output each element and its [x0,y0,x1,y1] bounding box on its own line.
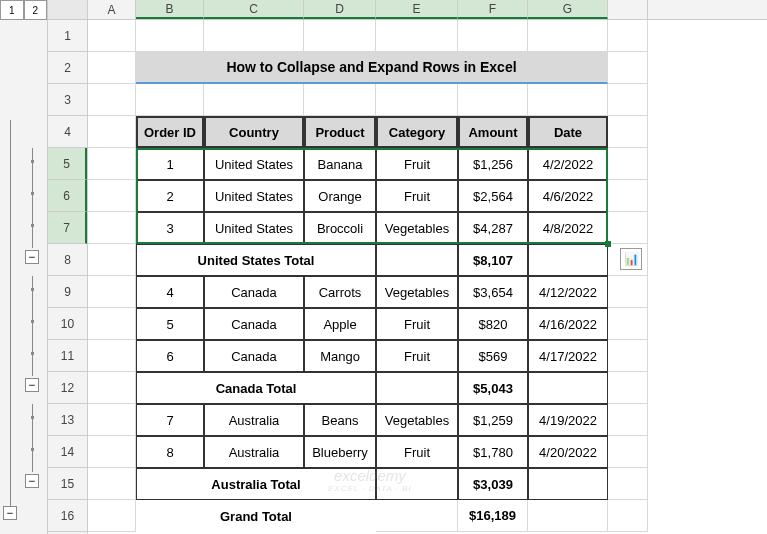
table-cell[interactable]: Broccoli [304,212,376,244]
table-cell[interactable] [528,468,608,500]
table-cell[interactable]: $4,287 [458,212,528,244]
table-cell[interactable] [376,244,458,276]
table-cell[interactable]: 4 [136,276,204,308]
row-header-5[interactable]: 5 [48,148,87,180]
row-header-14[interactable]: 14 [48,436,87,468]
table-cell[interactable]: Carrots [304,276,376,308]
col-header-e[interactable]: E [376,0,458,19]
grand-total-amount[interactable]: $16,189 [458,500,528,532]
select-all-corner[interactable] [48,0,88,19]
table-cell[interactable]: 4/12/2022 [528,276,608,308]
quick-analysis-button[interactable]: 📊 [620,248,642,270]
collapse-group-3-button[interactable]: − [25,474,39,488]
row-header-9[interactable]: 9 [48,276,87,308]
subtotal-amount-australia[interactable]: $3,039 [458,468,528,500]
subtotal-amount-canada[interactable]: $5,043 [458,372,528,404]
header-country[interactable]: Country [204,116,304,148]
spreadsheet-cells[interactable]: How to Collapse and Expand Rows in Excel… [88,20,767,534]
table-cell[interactable] [528,244,608,276]
header-category[interactable]: Category [376,116,458,148]
grand-total-label[interactable]: Grand Total [136,500,376,532]
row-header-10[interactable]: 10 [48,308,87,340]
fill-handle[interactable] [605,241,611,247]
table-cell[interactable]: Mango [304,340,376,372]
table-cell[interactable]: Australia [204,404,304,436]
subtotal-label-us[interactable]: United States Total [136,244,376,276]
row-header-13[interactable]: 13 [48,404,87,436]
table-cell[interactable] [376,468,458,500]
table-cell[interactable]: 4/16/2022 [528,308,608,340]
table-cell[interactable]: 4/20/2022 [528,436,608,468]
table-cell[interactable]: Fruit [376,180,458,212]
table-cell[interactable]: 1 [136,148,204,180]
col-header-d[interactable]: D [304,0,376,19]
col-header-g[interactable]: G [528,0,608,19]
table-cell[interactable]: United States [204,212,304,244]
col-header-blank[interactable] [608,0,648,19]
table-cell[interactable]: Vegetables [376,404,458,436]
col-header-a[interactable]: A [88,0,136,19]
table-cell[interactable]: $2,564 [458,180,528,212]
col-header-b[interactable]: B [136,0,204,19]
table-cell[interactable] [376,372,458,404]
header-product[interactable]: Product [304,116,376,148]
table-cell[interactable]: United States [204,148,304,180]
table-cell[interactable] [528,372,608,404]
table-cell[interactable]: Banana [304,148,376,180]
table-cell[interactable]: 6 [136,340,204,372]
collapse-all-button[interactable]: − [3,506,17,520]
table-cell[interactable]: 3 [136,212,204,244]
table-cell[interactable]: $3,654 [458,276,528,308]
collapse-group-2-button[interactable]: − [25,378,39,392]
table-cell[interactable]: Vegetables [376,212,458,244]
table-cell[interactable]: 4/6/2022 [528,180,608,212]
table-cell[interactable]: Australia [204,436,304,468]
subtotal-label-australia[interactable]: Australia Total [136,468,376,500]
header-date[interactable]: Date [528,116,608,148]
table-cell[interactable]: 2 [136,180,204,212]
table-cell[interactable]: Orange [304,180,376,212]
row-header-11[interactable]: 11 [48,340,87,372]
table-cell[interactable]: Apple [304,308,376,340]
table-cell[interactable]: Fruit [376,340,458,372]
subtotal-amount-us[interactable]: $8,107 [458,244,528,276]
row-header-8[interactable]: 8 [48,244,87,276]
table-cell[interactable]: Blueberry [304,436,376,468]
row-header-15[interactable]: 15 [48,468,87,500]
table-cell[interactable]: $1,256 [458,148,528,180]
table-cell[interactable]: Canada [204,276,304,308]
table-cell[interactable]: 7 [136,404,204,436]
table-cell[interactable]: Fruit [376,308,458,340]
table-cell[interactable]: Canada [204,340,304,372]
table-cell[interactable]: 5 [136,308,204,340]
subtotal-label-canada[interactable]: Canada Total [136,372,376,404]
table-cell[interactable]: 4/2/2022 [528,148,608,180]
table-cell[interactable]: Fruit [376,148,458,180]
header-amount[interactable]: Amount [458,116,528,148]
row-header-4[interactable]: 4 [48,116,87,148]
table-cell[interactable]: $820 [458,308,528,340]
table-cell[interactable]: Fruit [376,436,458,468]
table-cell[interactable]: Beans [304,404,376,436]
table-cell[interactable]: Vegetables [376,276,458,308]
table-cell[interactable]: $1,780 [458,436,528,468]
outline-level-2[interactable]: 2 [24,0,48,20]
col-header-c[interactable]: C [204,0,304,19]
table-cell[interactable]: $569 [458,340,528,372]
row-header-6[interactable]: 6 [48,180,87,212]
row-header-2[interactable]: 2 [48,52,87,84]
table-cell[interactable]: 4/19/2022 [528,404,608,436]
table-cell[interactable]: Canada [204,308,304,340]
collapse-group-1-button[interactable]: − [25,250,39,264]
table-cell[interactable]: 8 [136,436,204,468]
row-header-7[interactable]: 7 [48,212,87,244]
row-header-3[interactable]: 3 [48,84,87,116]
table-cell[interactable]: $1,259 [458,404,528,436]
col-header-f[interactable]: F [458,0,528,19]
table-cell[interactable]: United States [204,180,304,212]
outline-level-1[interactable]: 1 [0,0,24,20]
header-orderid[interactable]: Order ID [136,116,204,148]
row-header-1[interactable]: 1 [48,20,87,52]
title-cell[interactable]: How to Collapse and Expand Rows in Excel [136,52,608,84]
table-cell[interactable]: 4/17/2022 [528,340,608,372]
